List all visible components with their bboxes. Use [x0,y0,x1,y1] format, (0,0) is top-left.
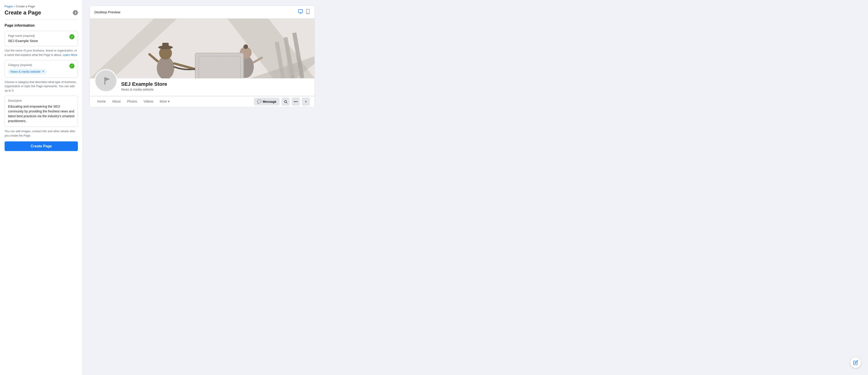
edit-fab[interactable] [850,357,861,368]
page-name-card: Page name (required) SEJ Example Store ✓ [5,31,78,46]
description-label: Description [8,99,74,102]
breadcrumb: Pages › Create a Page [5,5,78,8]
category-card: Category (required) News & media website… [5,60,78,78]
cover-photo [90,19,314,78]
nav-item-videos[interactable]: Videos [141,96,156,107]
nav-item-home[interactable]: Home [94,96,108,107]
page-nav: Home About Photos Videos More ▾ 💬 Messag… [90,96,314,107]
messenger-icon: 💬 [257,99,261,104]
breadcrumb-pages-link[interactable]: Pages [5,5,13,8]
svg-rect-23 [195,53,244,78]
message-button[interactable]: 💬 Message [254,98,280,106]
scroll-down-button[interactable]: ▾ [302,97,310,106]
nav-items: Home About Photos Videos More ▾ [94,96,254,107]
svg-line-30 [286,102,287,103]
profile-info: SEJ Example Store News & media website [121,81,167,92]
section-title: Page information [5,24,78,28]
svg-point-20 [244,45,248,49]
description-text[interactable]: Educating and empowering the SEO communi… [8,104,74,123]
more-nav-button[interactable] [291,97,300,106]
page-name-value[interactable]: SEJ Example Store [8,39,74,43]
profile-pic-wrapper [94,69,117,92]
svg-point-32 [295,101,296,102]
message-button-label: Message [263,100,276,104]
svg-point-33 [297,101,298,102]
nav-item-more[interactable]: More ▾ [157,96,172,107]
learn-more-link[interactable]: Learn More [63,53,78,57]
mobile-preview-icon[interactable] [306,9,310,15]
breadcrumb-current: Create a Page [16,5,35,8]
profile-name: SEJ Example Store [121,81,167,87]
category-remove-icon[interactable]: ✕ [42,70,44,73]
preview-header: Desktop Preview [90,6,314,19]
desktop-preview-icon[interactable] [298,9,303,15]
profile-category: News & media website [121,88,167,91]
divider [5,20,78,20]
profile-picture [94,69,117,92]
page-title: Create a Page [5,9,41,16]
svg-rect-26 [100,75,112,87]
right-panel: Desktop Preview [83,0,868,375]
svg-rect-15 [162,43,168,48]
nav-actions: 💬 Message ▾ [254,97,310,106]
svg-point-4 [308,13,308,13]
svg-rect-27 [104,77,105,85]
preview-title: Desktop Preview [94,10,120,14]
left-panel: Pages › Create a Page Create a Page ℹ Pa… [0,0,83,375]
svg-point-31 [294,101,295,102]
create-page-button[interactable]: Create Page [5,141,78,151]
nav-item-about[interactable]: About [110,96,123,107]
nav-item-photos[interactable]: Photos [124,96,140,107]
page-name-helper: Use the name of your business, brand or … [5,49,78,57]
description-card: Description Educating and empowering the… [5,96,78,127]
post-create-helper: You can add images, contact info and oth… [5,129,78,138]
search-nav-button[interactable] [281,97,290,106]
svg-rect-0 [299,10,303,12]
page-name-check-icon: ✓ [69,34,74,39]
page-name-label: Page name (required) [8,34,74,37]
category-check-icon: ✓ [69,63,74,68]
preview-icons [298,9,310,15]
category-helper: Choose a category that describes what ty… [5,80,78,93]
profile-section: SEJ Example Store News & media website [90,78,314,96]
info-icon[interactable]: ℹ [73,10,78,15]
category-tag-text: News & media website [10,70,41,73]
category-label: Category (required) [8,63,74,67]
preview-container: Desktop Preview [90,5,315,107]
category-tag[interactable]: News & media website ✕ [8,69,46,74]
